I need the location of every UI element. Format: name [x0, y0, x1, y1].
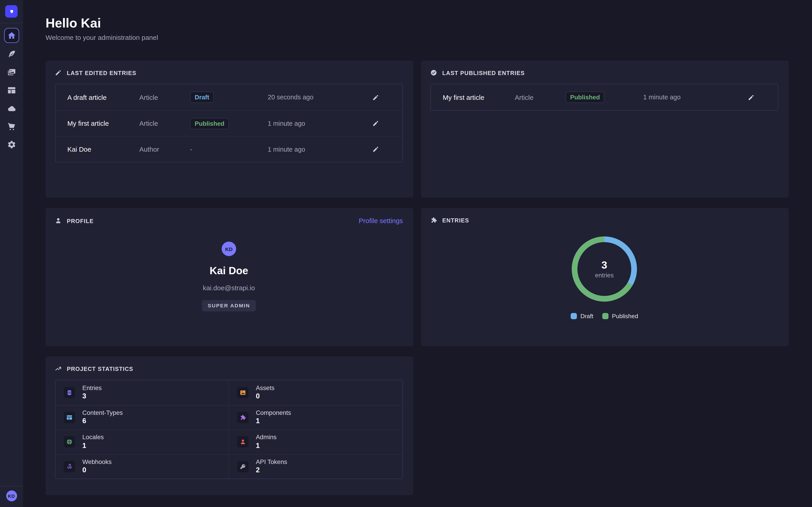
- edit-entry-button[interactable]: [372, 120, 379, 127]
- profile-name: Kai Doe: [209, 265, 248, 277]
- last-published-table: My first article Article Published 1 min…: [430, 84, 778, 111]
- feather-icon: [7, 50, 16, 58]
- card-project-statistics: PROJECT STATISTICS Entries3 Assets0 Cont…: [46, 356, 413, 495]
- stat-label: Entries: [82, 385, 102, 392]
- stat-label: Assets: [256, 385, 274, 392]
- stat-entries: Entries3: [55, 380, 229, 405]
- gear-icon: [7, 140, 16, 149]
- sidebar-item-media-library[interactable]: [4, 65, 18, 79]
- entry-name: A draft article: [67, 93, 139, 101]
- sidebar-item-settings[interactable]: [4, 138, 18, 152]
- sidebar-divider-bottom: [0, 486, 23, 486]
- stat-components: Components1: [229, 405, 402, 430]
- statistics-grid: Entries3 Assets0 Content-Types6 Componen…: [55, 380, 403, 479]
- sidebar-item-marketplace[interactable]: [4, 119, 18, 133]
- card-profile: PROFILE Profile settings KD Kai Doe kai.…: [46, 208, 413, 346]
- edit-entry-button[interactable]: [748, 94, 755, 101]
- entry-type: Article: [139, 93, 190, 101]
- role-badge: SUPER ADMIN: [202, 300, 256, 312]
- stat-value: 1: [256, 417, 291, 425]
- card-last-edited-entries: LAST EDITED ENTRIES A draft article Arti…: [46, 61, 413, 198]
- profile-body: KD Kai Doe kai.doe@strapi.io SUPER ADMIN: [55, 224, 403, 312]
- sidebar-item-home[interactable]: [4, 28, 19, 43]
- strapi-logo-icon: [7, 7, 15, 15]
- check-circle-icon: [430, 69, 437, 76]
- legend-swatch-published: [602, 313, 608, 319]
- pencil-icon: [748, 94, 755, 101]
- layout-icon: [7, 86, 16, 95]
- profile-settings-link[interactable]: Profile settings: [359, 217, 403, 224]
- edit-entry-button[interactable]: [372, 94, 379, 101]
- stat-value: 0: [256, 392, 274, 400]
- user-avatar-button[interactable]: KD: [6, 491, 17, 501]
- legend-item-published: Published: [602, 313, 638, 319]
- home-icon: [7, 31, 16, 40]
- page-title: Hello Kai: [46, 15, 789, 30]
- avatar: KD: [222, 241, 236, 256]
- stat-content-types: Content-Types6: [55, 405, 229, 430]
- entries-body: 3 entries Draft Published: [430, 224, 778, 319]
- cards-grid: LAST EDITED ENTRIES A draft article Arti…: [46, 61, 789, 495]
- table-row: My first article Article Published 1 min…: [55, 110, 402, 136]
- status-empty: -: [190, 145, 192, 153]
- stat-label: Locales: [82, 434, 104, 441]
- status-badge: Published: [565, 92, 605, 103]
- stat-value: 3: [82, 392, 102, 400]
- sidebar-item-content-manager[interactable]: [4, 47, 18, 61]
- layout-icon: [64, 412, 75, 423]
- globe-icon: [64, 436, 75, 448]
- card-header: PROFILE Profile settings: [55, 217, 403, 224]
- card-title: PROFILE: [67, 217, 94, 224]
- stat-admins: Admins1: [229, 430, 402, 454]
- entry-name: My first article: [443, 93, 515, 101]
- puzzle-icon: [430, 217, 437, 224]
- page-subtitle: Welcome to your administration panel: [46, 34, 789, 41]
- sidebar-item-deploy[interactable]: [4, 101, 18, 115]
- stat-value: 1: [256, 442, 276, 450]
- status-badge: Draft: [190, 92, 214, 103]
- sidebar-nav: [4, 23, 19, 152]
- sidebar-item-content-type-builder[interactable]: [4, 83, 18, 97]
- entry-time: 1 minute ago: [268, 120, 364, 127]
- entry-name: My first article: [67, 119, 139, 127]
- card-header: ENTRIES: [430, 217, 778, 224]
- stat-label: API Tokens: [256, 459, 287, 466]
- entry-name: Kai Doe: [67, 145, 139, 153]
- entry-type: Article: [515, 93, 565, 101]
- stat-value: 6: [82, 417, 123, 425]
- card-title: LAST EDITED ENTRIES: [67, 70, 136, 76]
- puzzle-icon: [237, 412, 249, 423]
- table-row: My first article Article Published 1 min…: [431, 84, 778, 110]
- card-header: LAST PUBLISHED ENTRIES: [430, 69, 778, 76]
- entries-donut-ring: 3 entries: [572, 236, 637, 301]
- status-badge: Published: [190, 118, 229, 129]
- main-content: Hello Kai Welcome to your administration…: [23, 0, 812, 507]
- strapi-dashboard: KD Hello Kai Welcome to your administrat…: [0, 0, 812, 507]
- stat-api-tokens: API Tokens2: [229, 454, 402, 478]
- chart-legend: Draft Published: [571, 313, 638, 319]
- stat-assets: Assets0: [229, 380, 402, 405]
- edit-entry-button[interactable]: [372, 146, 379, 153]
- entries-count: 3: [602, 259, 607, 271]
- pencil-icon: [55, 69, 62, 76]
- entry-time: 20 seconds ago: [268, 94, 364, 101]
- legend-item-draft: Draft: [571, 313, 594, 319]
- table-row: A draft article Article Draft 20 seconds…: [55, 84, 402, 110]
- card-header: LAST EDITED ENTRIES: [55, 69, 403, 76]
- strapi-logo[interactable]: [5, 5, 17, 17]
- profile-email: kai.doe@strapi.io: [203, 284, 255, 292]
- stat-label: Admins: [256, 434, 276, 441]
- stat-locales: Locales1: [55, 430, 229, 454]
- legend-label-published: Published: [612, 313, 638, 319]
- entries-count-label: entries: [595, 272, 614, 279]
- user-icon: [237, 436, 249, 448]
- image-icon: [237, 387, 249, 398]
- legend-swatch-draft: [571, 313, 577, 319]
- pencil-icon: [372, 94, 379, 101]
- pencil-icon: [372, 146, 379, 153]
- card-last-published-entries: LAST PUBLISHED ENTRIES My first article …: [421, 61, 789, 198]
- entries-donut-center: 3 entries: [577, 242, 631, 296]
- media-library-icon: [7, 68, 16, 76]
- stat-webhooks: Webhooks0: [55, 454, 229, 478]
- card-entries: ENTRIES 3 entries Draft: [421, 208, 789, 346]
